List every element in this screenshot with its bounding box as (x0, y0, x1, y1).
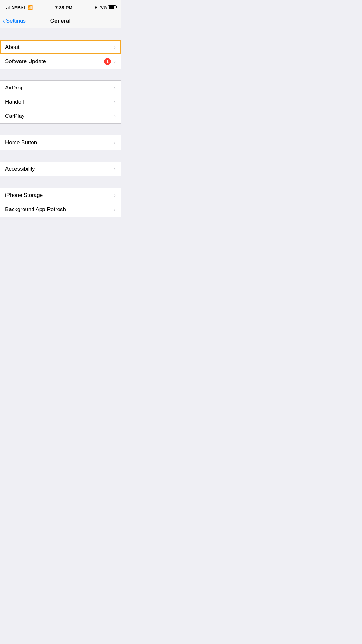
about-item-right: › (114, 44, 116, 51)
carplay-item-left: CarPlay (5, 113, 114, 119)
iphone-storage-item[interactable]: iPhone Storage › (0, 188, 121, 202)
airdrop-chevron-icon: › (114, 85, 116, 91)
software-update-item[interactable]: Software Update 1 › (0, 54, 121, 69)
accessibility-item-left: Accessibility (5, 166, 114, 172)
back-button[interactable]: ‹ Settings (3, 18, 26, 24)
section-3: Home Button › (0, 135, 121, 150)
back-chevron-icon: ‹ (3, 17, 5, 24)
home-button-item[interactable]: Home Button › (0, 135, 121, 150)
background-app-refresh-item-left: Background App Refresh (5, 206, 114, 213)
section-gap-5 (0, 176, 121, 188)
section-gap-3 (0, 124, 121, 135)
background-app-refresh-label: Background App Refresh (5, 206, 66, 213)
handoff-item-right: › (114, 99, 116, 105)
battery-icon (108, 5, 116, 9)
home-button-item-left: Home Button (5, 139, 114, 146)
about-item[interactable]: About › (0, 40, 121, 54)
section-4: Accessibility › (0, 162, 121, 176)
carplay-item-right: › (114, 113, 116, 119)
iphone-storage-label: iPhone Storage (5, 192, 43, 199)
accessibility-item-right: › (114, 166, 116, 172)
bluetooth-icon: B (95, 5, 97, 10)
home-button-label: Home Button (5, 139, 37, 146)
handoff-item[interactable]: Handoff › (0, 95, 121, 109)
airdrop-item[interactable]: AirDrop › (0, 81, 121, 95)
section-gap-2 (0, 69, 121, 80)
section-1: About › Software Update 1 › (0, 40, 121, 69)
airdrop-item-right: › (114, 85, 116, 91)
background-app-refresh-item-right: › (114, 206, 116, 213)
accessibility-label: Accessibility (5, 166, 35, 172)
section-gap-top (0, 28, 121, 40)
nav-bar: ‹ Settings General (0, 14, 121, 28)
section-gap-4 (0, 150, 121, 162)
handoff-chevron-icon: › (114, 99, 116, 105)
home-button-item-right: › (114, 139, 116, 146)
carplay-label: CarPlay (5, 113, 24, 119)
battery-container: 70% (99, 5, 116, 10)
about-chevron-icon: › (114, 44, 116, 51)
status-left: SMART 📶 (5, 5, 33, 10)
accessibility-chevron-icon: › (114, 166, 116, 172)
accessibility-item[interactable]: Accessibility › (0, 162, 121, 176)
home-button-chevron-icon: › (114, 139, 116, 146)
software-update-item-right: 1 › (104, 58, 116, 65)
iphone-storage-item-right: › (114, 192, 116, 199)
about-label: About (5, 44, 19, 51)
software-update-item-left: Software Update (5, 58, 104, 65)
carrier-label: SMART (12, 5, 26, 10)
iphone-storage-item-left: iPhone Storage (5, 192, 114, 199)
about-item-left: About (5, 44, 114, 51)
section-gap-bottom (0, 217, 121, 229)
software-update-chevron-icon: › (114, 58, 116, 65)
handoff-label: Handoff (5, 99, 24, 105)
signal-bars (5, 5, 10, 9)
software-update-badge: 1 (104, 58, 111, 65)
airdrop-label: AirDrop (5, 85, 24, 91)
page-title: General (50, 18, 70, 24)
software-update-label: Software Update (5, 58, 46, 65)
carplay-item[interactable]: CarPlay › (0, 109, 121, 123)
background-app-refresh-chevron-icon: › (114, 206, 116, 213)
battery-percent-label: 70% (99, 5, 107, 10)
status-time: 7:38 PM (55, 5, 73, 10)
status-bar: SMART 📶 7:38 PM B 70% (0, 0, 121, 14)
wifi-icon: 📶 (27, 5, 33, 10)
carplay-chevron-icon: › (114, 113, 116, 119)
section-2: AirDrop › Handoff › CarPlay › (0, 80, 121, 124)
back-label: Settings (6, 18, 26, 24)
background-app-refresh-item[interactable]: Background App Refresh › (0, 202, 121, 217)
status-right: B 70% (95, 5, 116, 10)
handoff-item-left: Handoff (5, 99, 114, 105)
section-5: iPhone Storage › Background App Refresh … (0, 188, 121, 217)
airdrop-item-left: AirDrop (5, 85, 114, 91)
iphone-storage-chevron-icon: › (114, 192, 116, 199)
